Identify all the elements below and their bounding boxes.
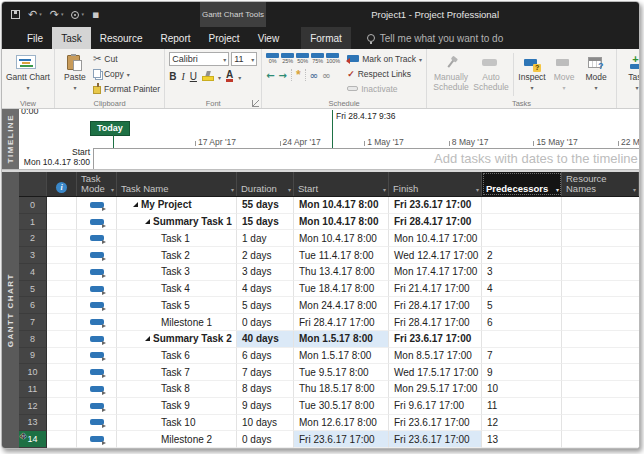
- row-number[interactable]: 7: [19, 314, 47, 331]
- filter-dropdown-icon[interactable]: [556, 184, 559, 195]
- touch-mode-button[interactable]: ▾: [71, 9, 84, 20]
- filter-dropdown-icon[interactable]: [111, 184, 114, 195]
- finish-cell[interactable]: Mon 10.4.17 17:00: [389, 230, 482, 247]
- duration-cell[interactable]: 0 days: [237, 314, 294, 331]
- resource-names-cell[interactable]: [562, 197, 639, 214]
- start-cell[interactable]: Thu 18.5.17 8:00: [294, 381, 389, 398]
- duration-cell[interactable]: 3 days: [237, 264, 294, 281]
- task-mode-cell[interactable]: [77, 230, 117, 247]
- start-cell[interactable]: Mon 10.4.17 8:00: [294, 197, 389, 214]
- filter-dropdown-icon[interactable]: [231, 184, 234, 195]
- manually-schedule-button[interactable]: Manually Schedule: [431, 51, 471, 98]
- finish-cell[interactable]: Fri 23.6.17 17:00: [389, 197, 482, 214]
- outdent-task-button[interactable]: ←: [266, 70, 274, 81]
- task-mode-cell[interactable]: [77, 398, 117, 415]
- task-name-cell[interactable]: Milestone 2: [117, 431, 237, 448]
- indent-task-button[interactable]: →: [279, 70, 287, 81]
- start-cell[interactable]: Fri 23.6.17 17:00: [294, 431, 389, 448]
- paste-button[interactable]: Paste: [59, 51, 91, 98]
- mark-on-track-button[interactable]: Mark on Track: [347, 51, 422, 66]
- task-name-cell[interactable]: Task 5: [117, 297, 237, 314]
- info-indicator-cell[interactable]: [47, 197, 77, 214]
- row-number[interactable]: 1: [19, 214, 47, 231]
- start-cell[interactable]: Tue 9.5.17 8:00: [294, 364, 389, 381]
- italic-button[interactable]: I: [181, 71, 184, 82]
- row-number[interactable]: 8: [19, 331, 47, 348]
- task-mode-cell[interactable]: [77, 281, 117, 298]
- resource-names-cell[interactable]: [562, 281, 639, 298]
- task-mode-cell[interactable]: [77, 381, 117, 398]
- pred-cell[interactable]: 12: [482, 415, 562, 432]
- column-header-resource[interactable]: Resource Names: [562, 172, 639, 196]
- task-mode-cell[interactable]: [77, 264, 117, 281]
- info-indicator-cell[interactable]: [47, 331, 77, 348]
- duration-cell[interactable]: 4 days: [237, 281, 294, 298]
- cut-button[interactable]: ✂ Cut: [93, 51, 160, 66]
- task-mode-cell[interactable]: [77, 331, 117, 348]
- row-number[interactable]: 13: [19, 415, 47, 432]
- respect-links-button[interactable]: ✓ Respect Links: [347, 66, 422, 81]
- row-number[interactable]: 2: [19, 230, 47, 247]
- start-cell[interactable]: Mon 12.6.17 8:00: [294, 415, 389, 432]
- insert-task-button[interactable]: + Task: [621, 51, 639, 98]
- filter-dropdown-icon[interactable]: [288, 184, 291, 195]
- tab-format[interactable]: Format: [301, 27, 351, 49]
- resource-names-cell[interactable]: [562, 415, 639, 432]
- filter-dropdown-icon[interactable]: [476, 184, 479, 195]
- finish-cell[interactable]: Mon 17.4.17 17:00: [389, 264, 482, 281]
- column-header-info[interactable]: i: [47, 172, 77, 196]
- task-name-cell[interactable]: Task 4: [117, 281, 237, 298]
- start-cell[interactable]: Thu 13.4.17 8:00: [294, 264, 389, 281]
- task-name-cell[interactable]: Task 8: [117, 381, 237, 398]
- collapse-triangle-icon[interactable]: [145, 336, 150, 341]
- collapse-triangle-icon[interactable]: [133, 202, 138, 207]
- column-header-finish[interactable]: Finish: [389, 172, 482, 196]
- row-number[interactable]: 0: [19, 197, 47, 214]
- font-family-select[interactable]: Calibri: [169, 52, 229, 66]
- finish-cell[interactable]: Mon 8.5.17 17:00: [389, 348, 482, 365]
- resource-names-cell[interactable]: [562, 331, 639, 348]
- row-number[interactable]: 9: [19, 348, 47, 365]
- duration-cell[interactable]: 5 days: [237, 297, 294, 314]
- percent-100-button[interactable]: 100%: [326, 53, 339, 65]
- pred-cell[interactable]: 3: [482, 264, 562, 281]
- info-indicator-cell[interactable]: [47, 247, 77, 264]
- pred-cell[interactable]: [482, 230, 562, 247]
- info-indicator-cell[interactable]: [47, 264, 77, 281]
- finish-cell[interactable]: Fri 23.6.17 17:00: [389, 415, 482, 432]
- info-indicator-cell[interactable]: [47, 364, 77, 381]
- task-mode-cell[interactable]: [77, 431, 117, 448]
- resource-names-cell[interactable]: [562, 247, 639, 264]
- resource-names-cell[interactable]: [562, 297, 639, 314]
- task-mode-cell[interactable]: [77, 247, 117, 264]
- redo-button[interactable]: ↷▾: [50, 9, 64, 20]
- pred-cell[interactable]: [482, 197, 562, 214]
- row-number[interactable]: 11: [19, 381, 47, 398]
- info-indicator-cell[interactable]: [47, 415, 77, 432]
- tab-view[interactable]: View: [249, 27, 289, 49]
- task-mode-cell[interactable]: [77, 364, 117, 381]
- task-mode-cell[interactable]: [77, 415, 117, 432]
- finish-cell[interactable]: Fri 28.4.17 17:00: [389, 314, 482, 331]
- pred-cell[interactable]: 2: [482, 247, 562, 264]
- inspect-button[interactable]: Inspect: [516, 51, 548, 98]
- percent-25-button[interactable]: 25%: [281, 53, 294, 65]
- info-indicator-cell[interactable]: [47, 431, 77, 448]
- start-cell[interactable]: Tue 11.4.17 8:00: [294, 247, 389, 264]
- finish-cell[interactable]: Mon 29.5.17 17:00: [389, 381, 482, 398]
- task-mode-cell[interactable]: [77, 214, 117, 231]
- task-name-cell[interactable]: Task 3: [117, 264, 237, 281]
- duration-cell[interactable]: 1 day: [237, 230, 294, 247]
- duration-cell[interactable]: 55 days: [237, 197, 294, 214]
- resource-names-cell[interactable]: [562, 214, 639, 231]
- resource-names-cell[interactable]: [562, 348, 639, 365]
- start-cell[interactable]: Mon 1.5.17 8:00: [294, 348, 389, 365]
- column-header-start[interactable]: Start: [294, 172, 389, 196]
- row-number[interactable]: 14↔↕: [19, 431, 47, 448]
- tab-task[interactable]: Task: [52, 27, 91, 49]
- pred-cell[interactable]: 11: [482, 398, 562, 415]
- column-header-duration[interactable]: Duration: [237, 172, 294, 196]
- info-indicator-cell[interactable]: [47, 398, 77, 415]
- finish-cell[interactable]: Fri 9.6.17 17:00: [389, 398, 482, 415]
- resource-names-cell[interactable]: [562, 264, 639, 281]
